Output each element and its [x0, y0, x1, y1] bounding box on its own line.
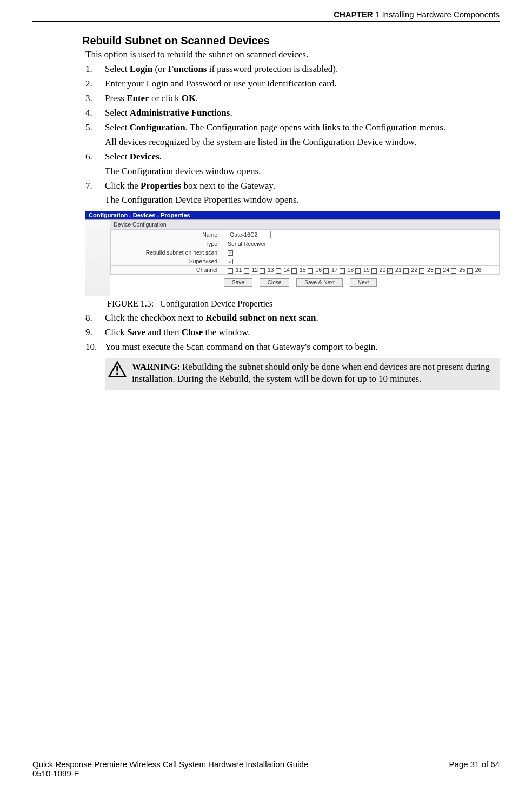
channel-label-15: 15 — [298, 267, 308, 273]
footer-rule — [32, 758, 500, 758]
figure-legend: Device Configuration — [110, 220, 500, 229]
step-4: 4. Select Administrative Functions. — [85, 107, 500, 119]
channel-label-24: 24 — [442, 267, 451, 273]
warning-box: WARNING: Rebuilding the subnet should on… — [105, 358, 500, 390]
channel-checkbox-17[interactable] — [323, 268, 329, 274]
channel-checkbox-11[interactable] — [228, 268, 233, 274]
step-8: 8. Click the checkbox next to Rebuild su… — [85, 312, 500, 324]
channel-label-11: 11 — [234, 267, 244, 273]
channel-checkbox-25[interactable] — [451, 268, 456, 274]
channel-label-22: 22 — [410, 267, 420, 273]
close-button[interactable]: Close — [260, 278, 290, 287]
footer-title: Quick Response Premiere Wireless Call Sy… — [32, 760, 308, 769]
step-1: 1. Select Login (or Functions if passwor… — [85, 63, 500, 76]
step-9: 9. Click Save and then Close the window. — [85, 327, 500, 339]
channel-checkbox-19[interactable] — [355, 268, 361, 274]
step-6: 6. Select Devices. The Configuration dev… — [85, 151, 500, 178]
type-value: Serial Receiver — [224, 239, 500, 248]
chapter-num: 1 — [375, 10, 380, 19]
channel-label-16: 16 — [314, 267, 324, 273]
channel-checkbox-24[interactable] — [435, 268, 441, 274]
channel-label-23: 23 — [425, 267, 435, 273]
channel-label-19: 19 — [362, 267, 371, 273]
step-3: 3. Press Enter or click OK. — [85, 92, 500, 105]
step-7: 7. Click the Properties box next to the … — [85, 180, 500, 207]
channel-checkbox-12[interactable] — [244, 268, 249, 274]
channel-label-20: 20 — [378, 267, 388, 273]
next-button[interactable]: Next — [350, 278, 377, 287]
chapter-title: Installing Hardware Components — [382, 10, 500, 19]
channel-row: 11 12 13 14 15 16 17 18 19 20 21 22 23 2… — [224, 265, 500, 274]
channel-label-18: 18 — [346, 267, 356, 273]
footer-page: Page 31 of 64 — [449, 760, 500, 769]
name-input[interactable]: Gate-16C2 — [228, 231, 271, 238]
save-next-button[interactable]: Save & Next — [296, 278, 343, 287]
figure-1-5: Configuration - Devices - Properties Dev… — [85, 211, 500, 309]
channel-checkbox-21[interactable] — [387, 268, 393, 274]
type-label: Type : — [111, 239, 224, 248]
svg-rect-1 — [116, 366, 118, 371]
svg-rect-2 — [116, 373, 118, 375]
channel-checkbox-23[interactable] — [419, 268, 424, 274]
chapter-prefix: CHAPTER — [334, 10, 373, 19]
warning-text: WARNING: Rebuilding the subnet should on… — [132, 361, 494, 385]
figure-sidebar — [85, 220, 110, 296]
step-2: 2. Enter your Login and Password or use … — [85, 78, 500, 90]
figure-titlebar: Configuration - Devices - Properties — [85, 211, 500, 219]
channel-checkbox-18[interactable] — [340, 268, 345, 274]
steps-list-1: 1. Select Login (or Functions if passwor… — [85, 63, 500, 207]
warning-icon — [108, 361, 127, 380]
channel-checkbox-20[interactable] — [371, 268, 377, 274]
steps-list-2: 8. Click the checkbox next to Rebuild su… — [85, 312, 500, 354]
header-rule — [32, 21, 500, 22]
supervised-checkbox[interactable] — [228, 259, 233, 264]
figure-buttons: Save Close Save & Next Next — [110, 275, 500, 292]
step-10: 10. You must execute the Scan command on… — [85, 341, 500, 354]
channel-checkbox-22[interactable] — [403, 268, 409, 274]
figure-caption: FIGURE 1.5: Configuration Device Propert… — [107, 299, 500, 309]
channel-label-25: 25 — [457, 267, 467, 273]
rebuild-label: Rebuild subnet on next scan : — [111, 248, 224, 257]
rebuild-checkbox[interactable] — [228, 250, 233, 256]
save-button[interactable]: Save — [224, 278, 252, 287]
supervised-label: Supervised : — [111, 257, 224, 265]
channel-label-12: 12 — [250, 267, 260, 273]
section-intro: This option is used to rebuild the subne… — [85, 49, 500, 60]
channel-label-14: 14 — [282, 267, 292, 273]
section-heading: Rebuild Subnet on Scanned Devices — [82, 35, 500, 47]
figure-table: Name : Gate-16C2 Type : Serial Receiver … — [110, 229, 500, 275]
channel-checkbox-16[interactable] — [308, 268, 313, 274]
channel-label: Channel : — [111, 265, 224, 274]
page-header: CHAPTER 1 Installing Hardware Components — [32, 10, 500, 21]
channel-label-26: 26 — [474, 267, 482, 273]
name-label: Name : — [111, 230, 224, 239]
channel-label-13: 13 — [266, 267, 276, 273]
channel-checkbox-26[interactable] — [467, 268, 473, 274]
footer-docid: 0510-1099-E — [32, 769, 500, 778]
channel-checkbox-14[interactable] — [276, 268, 281, 274]
channel-checkbox-13[interactable] — [260, 268, 265, 274]
step-5: 5. Select Configuration. The Configurati… — [85, 122, 500, 149]
channel-label-17: 17 — [330, 267, 340, 273]
channel-checkbox-15[interactable] — [291, 268, 297, 274]
channel-label-21: 21 — [394, 267, 403, 273]
